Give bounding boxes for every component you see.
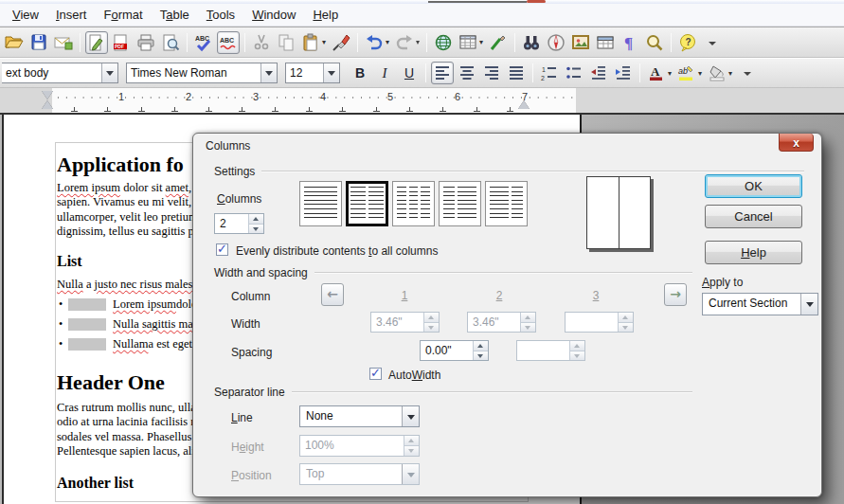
numbering-button[interactable]: 12 (538, 62, 561, 84)
align-justify-button[interactable] (505, 62, 528, 84)
chevron-down-icon[interactable] (101, 63, 117, 82)
preset-one-column-button[interactable] (299, 181, 342, 226)
italic-button[interactable]: I (373, 62, 396, 84)
font-color-button[interactable]: A▾ (645, 62, 673, 84)
doc-heading-another-list: Another list (57, 475, 134, 492)
autowidth-checkbox[interactable] (369, 368, 382, 380)
formatting-marks-button[interactable]: ¶ (619, 31, 641, 54)
menu-item-insert[interactable]: Insert (47, 5, 96, 25)
menu-item-format[interactable]: Format (95, 5, 151, 25)
open-button[interactable] (3, 31, 26, 54)
paragraph-style-combo[interactable]: ext body (2, 63, 118, 83)
toolbar2-overflow-button[interactable] (736, 62, 759, 84)
menu-item-tools[interactable]: Tools (198, 5, 243, 25)
gallery-button[interactable] (569, 31, 592, 54)
previous-column-button[interactable]: ← (321, 283, 344, 306)
help-button[interactable]: Help (705, 241, 802, 264)
insert-table-button[interactable]: ▾ (457, 31, 485, 54)
align-right-button[interactable] (480, 62, 503, 84)
bold-button[interactable]: B (349, 62, 371, 84)
highlighting-button[interactable]: ab▾ (675, 62, 704, 84)
format-paintbrush-button[interactable] (330, 31, 352, 54)
autowidth-label: AutoWidth (388, 369, 440, 382)
columns-count-spinner[interactable]: 2 (214, 213, 264, 234)
background-color-button[interactable]: ▾ (706, 62, 734, 84)
width-3-spinner (565, 312, 634, 333)
ok-button[interactable]: OK (705, 174, 802, 198)
preset-two-columns-button[interactable] (346, 181, 388, 226)
dropdown-arrow-icon[interactable]: ▾ (386, 38, 389, 46)
preset-right-narrow-button[interactable] (485, 181, 528, 226)
auto-spellcheck-button[interactable]: ABC (217, 31, 240, 54)
height-label: Height (231, 441, 264, 454)
underline-button[interactable]: U (398, 62, 421, 84)
line-style-combo[interactable]: None (299, 405, 420, 427)
hyperlink-button[interactable] (432, 31, 455, 54)
font-name-combo[interactable]: Times New Roman (126, 63, 278, 83)
svg-text:ABC: ABC (195, 35, 209, 42)
menu-item-view[interactable]: View (4, 5, 47, 25)
page-preview-button[interactable] (159, 31, 182, 54)
doc-text-line: odio at urna lacinia facilisis no (57, 415, 206, 429)
spin-down-button[interactable] (474, 351, 488, 361)
spin-up-button[interactable] (249, 214, 263, 224)
dropdown-arrow-icon[interactable]: ▾ (728, 69, 732, 78)
preset-left-narrow-button[interactable] (439, 181, 481, 226)
data-sources-button[interactable] (594, 31, 617, 54)
dropdown-arrow-icon[interactable]: ▾ (668, 69, 672, 78)
dropdown-arrow-icon[interactable]: ▾ (322, 38, 326, 46)
menu-item-window[interactable]: Window (243, 5, 304, 25)
bullets-icon (565, 63, 584, 82)
tab-stop-mark (171, 107, 178, 112)
chevron-down-icon[interactable] (323, 63, 339, 82)
email-button[interactable] (52, 31, 75, 54)
decrease-indent-button[interactable] (587, 62, 610, 84)
chevron-down-icon[interactable] (402, 406, 419, 426)
increase-indent-button[interactable] (612, 62, 635, 84)
menu-item-table[interactable]: Table (152, 5, 198, 25)
cancel-button[interactable]: Cancel (705, 205, 802, 228)
save-button[interactable] (27, 31, 50, 54)
align-center-button[interactable] (456, 62, 478, 84)
doc-text-line: sapien. Vivamus eu mi velit, s (57, 195, 200, 209)
undo-button[interactable]: ▾ (363, 31, 391, 54)
tab-stop-mark (71, 107, 78, 112)
find-icon (522, 33, 541, 52)
chevron-down-icon[interactable] (800, 294, 817, 315)
font-size-combo[interactable]: 12 (285, 63, 340, 83)
dropdown-arrow-icon[interactable]: ▾ (479, 38, 483, 46)
dropdown-arrow-icon[interactable]: ▾ (698, 69, 702, 78)
help-button[interactable]: ? (676, 31, 699, 54)
toolbar-overflow-button[interactable] (701, 31, 724, 54)
edit-file-icon (87, 33, 106, 52)
bullet-glyph: • (59, 317, 68, 332)
align-left-button[interactable] (431, 62, 454, 84)
draw-functions-button[interactable] (487, 31, 510, 54)
tab-stop-mark (239, 107, 245, 112)
left-indent-marker[interactable] (42, 91, 53, 109)
right-indent-marker[interactable] (518, 100, 530, 109)
find-replace-button[interactable] (520, 31, 543, 54)
spin-up-button[interactable] (474, 341, 488, 351)
evenly-distribute-checkbox[interactable] (216, 243, 228, 256)
apply-to-combo[interactable]: Current Section (702, 293, 818, 315)
preset-three-columns-button[interactable] (392, 181, 435, 226)
paste-button[interactable]: ▾ (299, 31, 328, 54)
dropdown-arrow-icon[interactable]: ▾ (416, 38, 420, 46)
next-column-button[interactable]: → (664, 283, 687, 306)
navigator-button[interactable] (545, 31, 567, 54)
chevron-down-icon[interactable] (260, 63, 277, 82)
edit-file-button[interactable] (85, 31, 108, 54)
menu-item-help[interactable]: Help (304, 5, 347, 25)
bullets-button[interactable] (563, 62, 585, 84)
spacing-1-spinner[interactable]: 0.00" (420, 340, 489, 361)
print-button[interactable] (135, 31, 157, 54)
spellcheck-button[interactable]: ABC (192, 31, 215, 54)
horizontal-ruler[interactable]: 1234567 (0, 88, 844, 113)
export-pdf-button[interactable]: PDF (110, 31, 133, 54)
zoom-button[interactable] (643, 31, 666, 54)
svg-text:ABC: ABC (220, 37, 234, 44)
spin-down-button[interactable] (249, 224, 263, 234)
close-button[interactable]: x (779, 134, 814, 152)
gray-placeholder-box (68, 298, 106, 311)
